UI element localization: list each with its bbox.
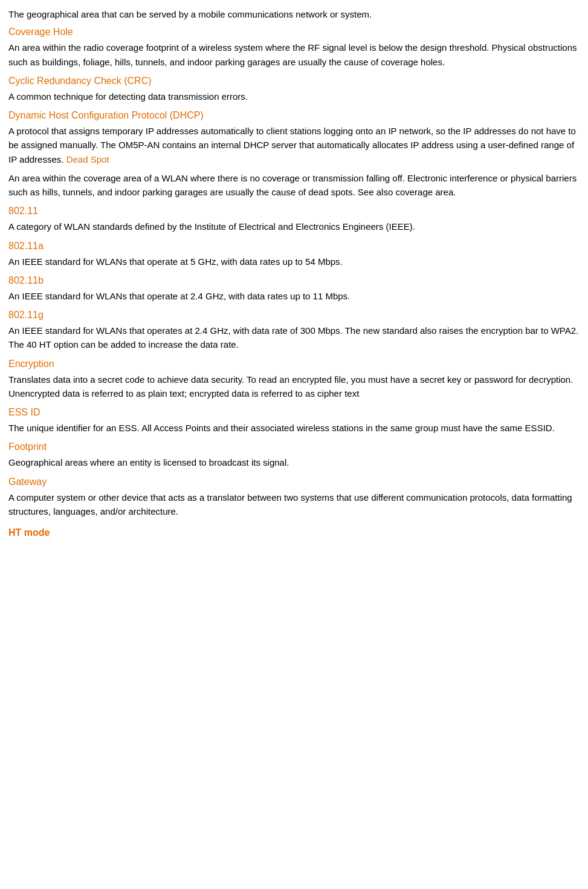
page-content: The geographical area that can be served… [8, 7, 580, 540]
def-footprint: Geographical areas where an entity is li… [8, 455, 580, 469]
term-dhcp: Dynamic Host Configuration Protocol (DHC… [8, 108, 580, 123]
entry-80211a: 802.11a An IEEE standard for WLANs that … [8, 239, 580, 269]
entry-80211: 802.11 A category of WLAN standards defi… [8, 204, 580, 233]
def-ess-id: The unique identifier for an ESS. All Ac… [8, 421, 580, 435]
term-80211g: 802.11g [8, 308, 580, 322]
entry-dead-spot: An area within the coverage area of a WL… [8, 171, 580, 200]
term-coverage-hole: Coverage Hole [8, 25, 580, 39]
def-encryption: Translates data into a secret code to ac… [8, 373, 580, 401]
entry-encryption: Encryption Translates data into a secret… [8, 357, 580, 401]
term-80211b: 802.11b [8, 273, 580, 288]
entry-dhcp: Dynamic Host Configuration Protocol (DHC… [8, 108, 580, 166]
def-dead-spot: An area within the coverage area of a WL… [8, 171, 580, 200]
term-crc: Cyclic Redundancy Check (CRC) [8, 74, 580, 88]
inline-term-dead-spot: Dead Spot [66, 154, 109, 164]
term-ess-id: ESS ID [8, 405, 580, 420]
def-coverage-hole: An area within the radio coverage footpr… [8, 41, 580, 69]
term-encryption: Encryption [8, 357, 580, 371]
term-gateway: Gateway [8, 475, 580, 489]
intro-text: The geographical area that can be served… [8, 7, 580, 21]
entry-footprint: Footprint Geographical areas where an en… [8, 440, 580, 469]
entry-80211b: 802.11b An IEEE standard for WLANs that … [8, 273, 580, 303]
term-80211: 802.11 [8, 204, 580, 218]
def-dhcp: A protocol that assigns temporary IP add… [8, 124, 580, 166]
entry-crc: Cyclic Redundancy Check (CRC) A common t… [8, 74, 580, 103]
def-80211g: An IEEE standard for WLANs that operates… [8, 324, 580, 352]
entry-coverage-hole: Coverage Hole An area within the radio c… [8, 25, 580, 69]
entry-80211g: 802.11g An IEEE standard for WLANs that … [8, 308, 580, 352]
def-80211a: An IEEE standard for WLANs that operate … [8, 255, 580, 269]
entry-ht-mode: HT mode [8, 526, 580, 540]
def-80211b: An IEEE standard for WLANs that operate … [8, 289, 580, 303]
def-crc: A common technique for detecting data tr… [8, 90, 580, 103]
entry-gateway: Gateway A computer system or other devic… [8, 475, 580, 519]
def-gateway: A computer system or other device that a… [8, 490, 580, 519]
entry-ess-id: ESS ID The unique identifier for an ESS.… [8, 405, 580, 435]
term-80211a: 802.11a [8, 239, 580, 253]
def-80211: A category of WLAN standards defined by … [8, 220, 580, 233]
term-ht-mode: HT mode [8, 527, 50, 538]
term-footprint: Footprint [8, 440, 580, 454]
